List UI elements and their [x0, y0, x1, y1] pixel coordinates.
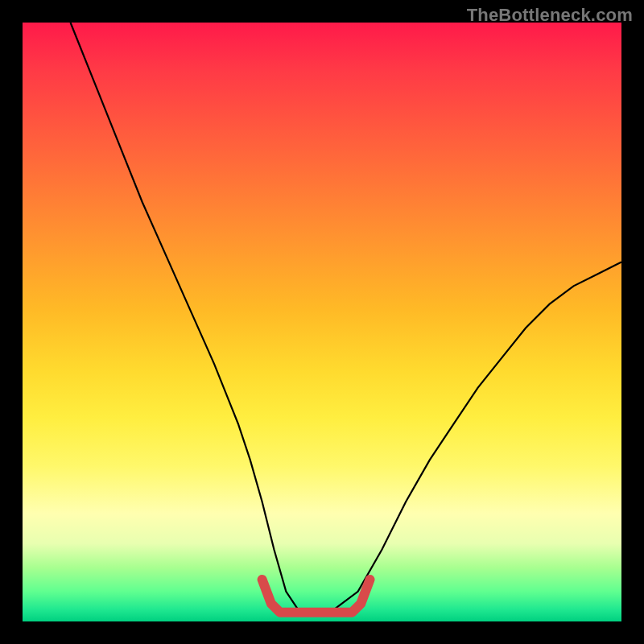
highlight-bracket — [262, 580, 370, 613]
plot-area — [23, 23, 621, 621]
black-curve — [71, 23, 621, 609]
curve-svg — [23, 23, 621, 621]
watermark-text: TheBottleneck.com — [467, 5, 633, 26]
chart-frame: TheBottleneck.com — [0, 0, 644, 644]
